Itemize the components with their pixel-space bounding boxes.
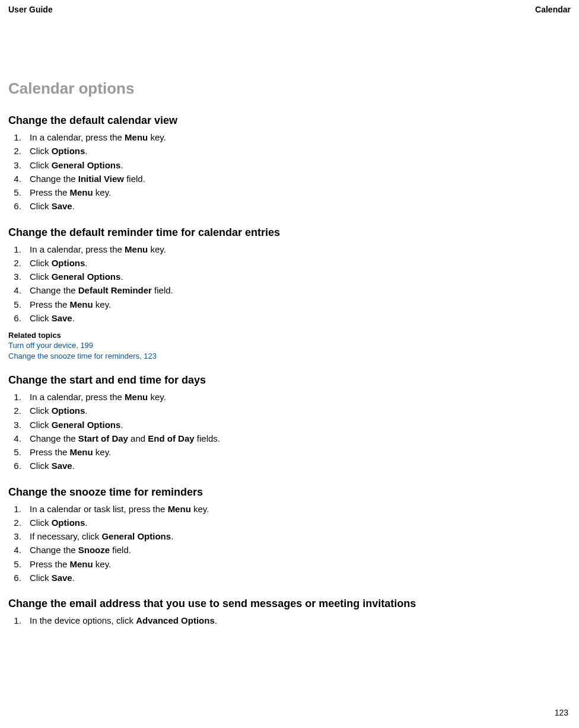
step-item: In a calendar, press the Menu key. [24,390,571,404]
section-heading: Change the default calendar view [8,114,571,127]
step-item: Press the Menu key. [24,557,571,571]
step-item: Change the Initial View field. [24,172,571,186]
step-item: Press the Menu key. [24,298,571,311]
step-item: Click Save. [24,571,571,585]
step-item: In a calendar or task list, press the Me… [24,502,571,516]
step-list: In a calendar, press the Menu key.Click … [8,242,571,325]
step-item: Click Options. [24,256,571,270]
section-heading: Change the email address that you use to… [8,598,571,610]
step-item: In the device options, click Advanced Op… [24,614,571,627]
step-item: Click Save. [24,459,571,472]
step-list: In a calendar, press the Menu key.Click … [8,390,571,473]
section-heading: Change the start and end time for days [8,374,571,387]
step-item: Click Options. [24,516,571,529]
step-item: Click Save. [24,199,571,213]
step-item: Change the Default Reminder field. [24,283,571,297]
section-heading: Change the default reminder time for cal… [8,226,571,239]
header-left: User Guide [8,5,53,14]
step-item: Change the Snooze field. [24,543,571,557]
page-number: 123 [555,708,568,717]
step-item: Press the Menu key. [24,186,571,199]
header-right: Calendar [535,5,571,14]
step-item: Click General Options. [24,418,571,432]
step-item: Click General Options. [24,158,571,172]
step-list: In a calendar or task list, press the Me… [8,502,571,585]
related-topic-link[interactable]: Change the snooze time for reminders, 12… [8,351,571,362]
related-topic-link[interactable]: Turn off your device, 199 [8,340,571,351]
section-heading: Change the snooze time for reminders [8,486,571,499]
step-list: In the device options, click Advanced Op… [8,614,571,627]
page-title: Calendar options [8,79,571,98]
step-item: Press the Menu key. [24,445,571,459]
page-content: Calendar options Change the default cale… [0,79,579,627]
related-topics-heading: Related topics [8,331,571,340]
step-item: Click Options. [24,404,571,417]
step-item: In a calendar, press the Menu key. [24,130,571,144]
page-header: User Guide Calendar [0,0,579,14]
step-item: If necessary, click General Options. [24,529,571,543]
step-item: Click General Options. [24,270,571,283]
step-item: Click Options. [24,144,571,158]
step-item: In a calendar, press the Menu key. [24,242,571,256]
step-item: Click Save. [24,311,571,325]
step-list: In a calendar, press the Menu key.Click … [8,130,571,213]
sections-container: Change the default calendar viewIn a cal… [8,114,571,627]
step-item: Change the Start of Day and End of Day f… [24,432,571,445]
